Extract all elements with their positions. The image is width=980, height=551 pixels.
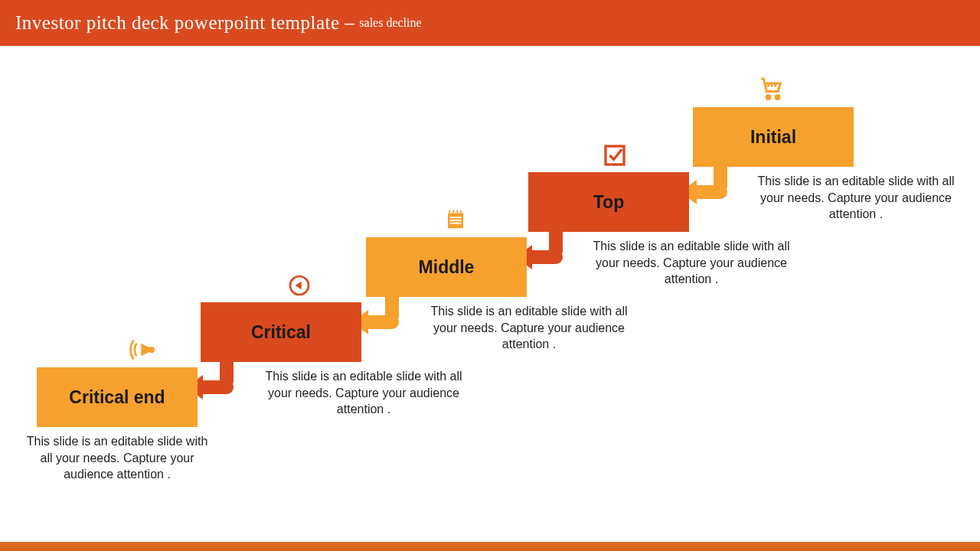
cart-icon [756, 73, 787, 103]
svg-rect-9 [452, 210, 454, 214]
slide-title: Investor pitch deck powerpoint template … [15, 12, 354, 34]
step-box-critical: Critical [201, 302, 361, 362]
step-box-initial: Initial [693, 107, 854, 167]
speaker-icon [126, 335, 160, 364]
step-desc-critical: This slide is an editable slide with all… [264, 368, 463, 418]
step-label: Middle [419, 257, 475, 278]
svg-rect-6 [450, 220, 462, 221]
svg-point-13 [149, 347, 155, 353]
step-desc-top: This slide is an editable slide with all… [592, 238, 791, 288]
title-bar: Investor pitch deck powerpoint template … [0, 0, 980, 46]
svg-rect-8 [449, 210, 450, 214]
svg-rect-5 [450, 217, 462, 218]
play-icon [286, 272, 313, 299]
bottom-accent-bar [0, 542, 980, 551]
step-desc-middle: This slide is an editable slide with all… [430, 303, 629, 353]
step-box-top: Top [528, 172, 689, 232]
step-label: Top [593, 192, 624, 213]
svg-rect-7 [450, 223, 462, 224]
slide-subtitle: sales decline [359, 16, 421, 30]
svg-rect-11 [460, 210, 462, 214]
step-desc-initial: This slide is an editable slide with all… [756, 173, 956, 223]
step-box-critical-end: Critical end [37, 367, 198, 427]
notepad-icon [443, 207, 469, 233]
step-box-middle: Middle [366, 237, 527, 297]
svg-point-0 [766, 96, 770, 99]
check-icon [601, 142, 629, 169]
step-desc-critical-end: This slide is an editable slide with all… [21, 433, 213, 483]
svg-rect-10 [456, 210, 458, 214]
step-label: Critical [251, 322, 311, 343]
slide-stage: Investor pitch deck powerpoint template … [0, 0, 980, 551]
step-label: Critical end [69, 387, 165, 408]
svg-point-1 [776, 96, 779, 99]
step-label: Initial [750, 127, 796, 148]
